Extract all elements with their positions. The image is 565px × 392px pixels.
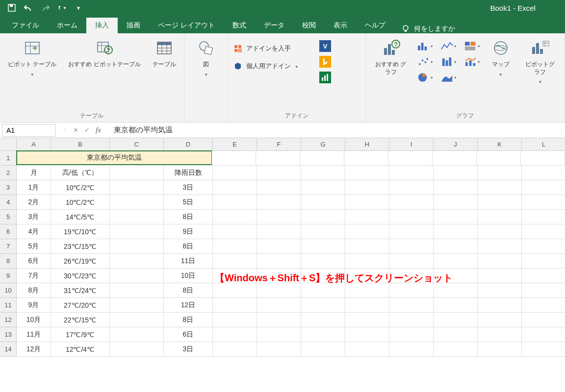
cell[interactable]: [388, 151, 433, 166]
recommended-pivot-button[interactable]: ? おすすめ ピボットテーブル: [65, 36, 143, 71]
cell[interactable]: [257, 224, 301, 239]
cell[interactable]: [389, 195, 434, 210]
cell[interactable]: [478, 283, 522, 298]
people-graph-icon[interactable]: [319, 72, 331, 83]
cell[interactable]: 6月: [17, 254, 51, 269]
column-chart-icon[interactable]: ▼: [417, 40, 434, 52]
cell[interactable]: 10日: [164, 269, 213, 283]
col-header[interactable]: F: [257, 138, 301, 151]
col-header[interactable]: B: [51, 138, 110, 151]
cell[interactable]: 2月: [17, 195, 51, 210]
cell[interactable]: 3月: [17, 210, 51, 224]
table-button[interactable]: テーブル: [150, 36, 179, 71]
col-header[interactable]: L: [522, 138, 565, 151]
tab-ホーム[interactable]: ホーム: [48, 18, 86, 33]
cell[interactable]: [110, 195, 164, 210]
cell[interactable]: [522, 224, 565, 239]
tab-数式[interactable]: 数式: [224, 18, 255, 33]
row-header[interactable]: 11: [0, 298, 17, 313]
cell[interactable]: 4月: [17, 224, 51, 239]
cell[interactable]: [478, 313, 522, 327]
cell[interactable]: [434, 166, 478, 180]
row-header[interactable]: 10: [0, 283, 17, 298]
col-header[interactable]: E: [213, 138, 257, 151]
cell[interactable]: 12月: [17, 342, 51, 357]
cell[interactable]: [522, 254, 565, 269]
row-header[interactable]: 13: [0, 327, 17, 342]
cell[interactable]: [301, 298, 345, 313]
cell[interactable]: [434, 269, 478, 283]
cell[interactable]: [301, 327, 345, 342]
cell[interactable]: [477, 151, 521, 166]
cell[interactable]: [213, 180, 257, 195]
tab-データ[interactable]: データ: [255, 18, 293, 33]
redo-icon[interactable]: [40, 3, 50, 13]
bing-icon[interactable]: [319, 56, 331, 68]
col-header[interactable]: J: [434, 138, 478, 151]
cell[interactable]: [213, 239, 257, 254]
cell[interactable]: [213, 342, 257, 357]
recommended-charts-button[interactable]: ? おすすめ グラフ: [371, 36, 411, 78]
cell[interactable]: [433, 151, 477, 166]
cell[interactable]: [213, 283, 257, 298]
shapes-button[interactable]: 図 ▼: [192, 36, 220, 79]
name-box[interactable]: [2, 124, 56, 137]
row-header[interactable]: 8: [0, 254, 17, 269]
cell[interactable]: [521, 151, 565, 166]
tab-ヘルプ[interactable]: ヘルプ: [356, 18, 394, 33]
cell[interactable]: [522, 298, 565, 313]
cell[interactable]: [257, 166, 301, 180]
cell[interactable]: [257, 239, 301, 254]
cell[interactable]: [522, 313, 565, 327]
cell[interactable]: [110, 342, 164, 357]
cell[interactable]: [345, 298, 389, 313]
col-header[interactable]: K: [478, 138, 522, 151]
cell[interactable]: 9日: [164, 224, 213, 239]
cell[interactable]: 26℃/19℃: [51, 254, 110, 269]
row-header[interactable]: 3: [0, 180, 17, 195]
cell[interactable]: [301, 239, 345, 254]
cell[interactable]: [478, 298, 522, 313]
cell[interactable]: [434, 224, 478, 239]
row-header[interactable]: 5: [0, 210, 17, 224]
cell[interactable]: [213, 298, 257, 313]
cell[interactable]: [522, 195, 565, 210]
cell[interactable]: [389, 269, 434, 283]
cell[interactable]: [213, 327, 257, 342]
cell[interactable]: [213, 210, 257, 224]
select-all-corner[interactable]: [0, 138, 17, 151]
cell[interactable]: [110, 254, 164, 269]
tab-校閲[interactable]: 校閲: [293, 18, 325, 33]
cell[interactable]: 8日: [164, 313, 213, 327]
cell[interactable]: [434, 342, 478, 357]
qat-more-icon[interactable]: ▼: [74, 3, 83, 13]
cell[interactable]: [345, 283, 389, 298]
cell[interactable]: [434, 195, 478, 210]
cell[interactable]: [213, 254, 257, 269]
cell[interactable]: [257, 254, 301, 269]
cell[interactable]: [434, 327, 478, 342]
cell[interactable]: [301, 224, 345, 239]
cell[interactable]: 10月: [17, 313, 51, 327]
cell[interactable]: [389, 298, 434, 313]
cell[interactable]: 降雨日数: [164, 166, 213, 180]
cell[interactable]: [389, 180, 434, 195]
cell[interactable]: [213, 269, 257, 283]
cell[interactable]: 10℃/2℃: [51, 195, 110, 210]
cell[interactable]: [256, 151, 300, 166]
cell[interactable]: [257, 269, 301, 283]
cell[interactable]: [434, 298, 478, 313]
cell[interactable]: [345, 210, 389, 224]
cell[interactable]: 17℃/9℃: [51, 327, 110, 342]
cell[interactable]: [257, 180, 301, 195]
cell[interactable]: [478, 342, 522, 357]
cell[interactable]: [389, 224, 434, 239]
cell[interactable]: [213, 224, 257, 239]
cell[interactable]: 3日: [164, 342, 213, 357]
cell[interactable]: [478, 180, 522, 195]
cell[interactable]: [345, 313, 389, 327]
col-header[interactable]: I: [389, 138, 434, 151]
cell[interactable]: [213, 313, 257, 327]
cell[interactable]: [478, 327, 522, 342]
row-header[interactable]: 6: [0, 224, 17, 239]
